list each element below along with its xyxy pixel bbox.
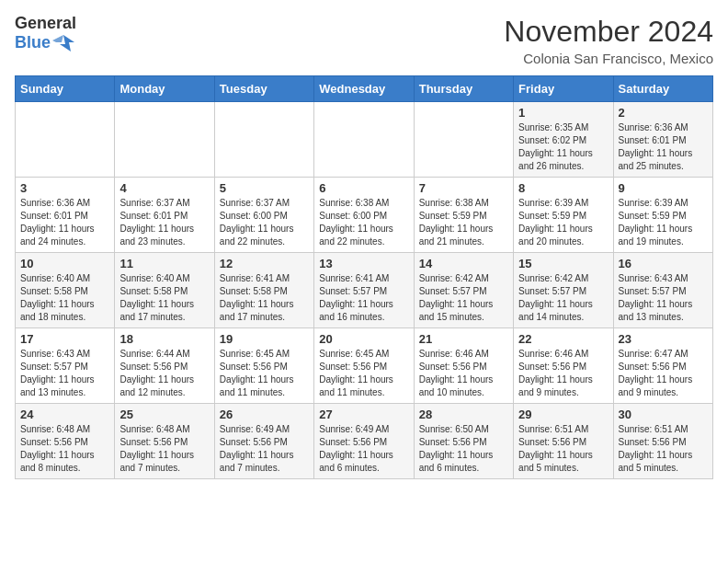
calendar-cell: 17Sunrise: 6:43 AM Sunset: 5:57 PM Dayli…: [16, 328, 115, 404]
day-number: 21: [419, 332, 508, 346]
calendar-cell: [115, 102, 214, 178]
calendar-cell: [16, 102, 115, 178]
calendar-cell: 12Sunrise: 6:41 AM Sunset: 5:58 PM Dayli…: [214, 253, 313, 328]
calendar-cell: [314, 102, 414, 178]
day-number: 4: [119, 181, 209, 195]
calendar-cell: [414, 102, 513, 178]
day-number: 3: [20, 181, 109, 195]
calendar-cell: 3Sunrise: 6:36 AM Sunset: 6:01 PM Daylig…: [16, 178, 115, 253]
day-info: Sunrise: 6:36 AM Sunset: 6:01 PM Dayligh…: [20, 197, 109, 248]
calendar-week-row: 24Sunrise: 6:48 AM Sunset: 5:56 PM Dayli…: [16, 404, 713, 479]
day-number: 27: [319, 408, 408, 421]
calendar-week-row: 3Sunrise: 6:36 AM Sunset: 6:01 PM Daylig…: [16, 178, 713, 253]
day-header-friday: Friday: [514, 76, 613, 102]
day-info: Sunrise: 6:43 AM Sunset: 5:57 PM Dayligh…: [619, 272, 708, 324]
day-number: 16: [619, 257, 708, 270]
calendar-cell: 28Sunrise: 6:50 AM Sunset: 5:56 PM Dayli…: [414, 404, 513, 479]
day-info: Sunrise: 6:48 AM Sunset: 5:56 PM Dayligh…: [119, 423, 209, 475]
day-info: Sunrise: 6:41 AM Sunset: 5:58 PM Dayligh…: [220, 272, 309, 324]
day-info: Sunrise: 6:51 AM Sunset: 5:56 PM Dayligh…: [619, 423, 708, 475]
day-number: 22: [518, 332, 608, 346]
day-number: 13: [319, 257, 408, 270]
day-header-tuesday: Tuesday: [214, 76, 313, 102]
calendar-week-row: 1Sunrise: 6:35 AM Sunset: 6:02 PM Daylig…: [16, 102, 713, 178]
logo-blue: Blue: [15, 34, 51, 52]
day-number: 25: [119, 408, 209, 421]
day-number: 28: [419, 408, 508, 421]
calendar-cell: 27Sunrise: 6:49 AM Sunset: 5:56 PM Dayli…: [314, 404, 414, 479]
day-info: Sunrise: 6:45 AM Sunset: 5:56 PM Dayligh…: [220, 348, 309, 399]
day-info: Sunrise: 6:49 AM Sunset: 5:56 PM Dayligh…: [319, 423, 408, 475]
day-header-wednesday: Wednesday: [314, 76, 414, 102]
calendar-cell: 22Sunrise: 6:46 AM Sunset: 5:56 PM Dayli…: [514, 328, 613, 404]
day-number: 2: [619, 106, 708, 120]
day-number: 17: [20, 332, 109, 346]
day-number: 23: [619, 332, 708, 346]
day-info: Sunrise: 6:40 AM Sunset: 5:58 PM Dayligh…: [20, 272, 109, 324]
day-info: Sunrise: 6:41 AM Sunset: 5:57 PM Dayligh…: [319, 272, 408, 324]
calendar-cell: 11Sunrise: 6:40 AM Sunset: 5:58 PM Dayli…: [115, 253, 214, 328]
calendar-cell: 4Sunrise: 6:37 AM Sunset: 6:01 PM Daylig…: [115, 178, 214, 253]
day-info: Sunrise: 6:48 AM Sunset: 5:56 PM Dayligh…: [20, 423, 109, 475]
day-number: 26: [220, 408, 309, 421]
logo: General Blue: [15, 15, 76, 53]
day-number: 11: [119, 257, 209, 270]
day-info: Sunrise: 6:35 AM Sunset: 6:02 PM Dayligh…: [518, 121, 608, 173]
calendar-cell: 24Sunrise: 6:48 AM Sunset: 5:56 PM Dayli…: [16, 404, 115, 479]
calendar-cell: 18Sunrise: 6:44 AM Sunset: 5:56 PM Dayli…: [115, 328, 214, 404]
calendar-cell: 29Sunrise: 6:51 AM Sunset: 5:56 PM Dayli…: [514, 404, 613, 479]
day-info: Sunrise: 6:44 AM Sunset: 5:56 PM Dayligh…: [119, 348, 209, 399]
calendar-cell: 7Sunrise: 6:38 AM Sunset: 5:59 PM Daylig…: [414, 178, 513, 253]
day-header-monday: Monday: [115, 76, 214, 102]
calendar-cell: 25Sunrise: 6:48 AM Sunset: 5:56 PM Dayli…: [115, 404, 214, 479]
day-number: 24: [20, 408, 109, 421]
calendar-cell: 5Sunrise: 6:37 AM Sunset: 6:00 PM Daylig…: [214, 178, 313, 253]
day-info: Sunrise: 6:37 AM Sunset: 6:01 PM Dayligh…: [119, 197, 209, 248]
day-number: 14: [419, 257, 508, 270]
day-info: Sunrise: 6:50 AM Sunset: 5:56 PM Dayligh…: [419, 423, 508, 475]
calendar-cell: 9Sunrise: 6:39 AM Sunset: 5:59 PM Daylig…: [613, 178, 712, 253]
day-info: Sunrise: 6:39 AM Sunset: 5:59 PM Dayligh…: [619, 197, 708, 248]
calendar-cell: 8Sunrise: 6:39 AM Sunset: 5:59 PM Daylig…: [514, 178, 613, 253]
calendar-cell: [214, 102, 313, 178]
calendar-cell: 2Sunrise: 6:36 AM Sunset: 6:01 PM Daylig…: [613, 102, 712, 178]
day-info: Sunrise: 6:42 AM Sunset: 5:57 PM Dayligh…: [419, 272, 508, 324]
day-number: 29: [518, 408, 608, 421]
calendar-cell: 6Sunrise: 6:38 AM Sunset: 6:00 PM Daylig…: [314, 178, 414, 253]
calendar-cell: 20Sunrise: 6:45 AM Sunset: 5:56 PM Dayli…: [314, 328, 414, 404]
calendar-cell: 10Sunrise: 6:40 AM Sunset: 5:58 PM Dayli…: [16, 253, 115, 328]
calendar-cell: 16Sunrise: 6:43 AM Sunset: 5:57 PM Dayli…: [613, 253, 712, 328]
day-number: 5: [220, 181, 309, 195]
day-info: Sunrise: 6:49 AM Sunset: 5:56 PM Dayligh…: [220, 423, 309, 475]
calendar-cell: 30Sunrise: 6:51 AM Sunset: 5:56 PM Dayli…: [613, 404, 712, 479]
day-number: 20: [319, 332, 408, 346]
day-info: Sunrise: 6:46 AM Sunset: 5:56 PM Dayligh…: [419, 348, 508, 399]
day-number: 1: [518, 106, 608, 120]
page-header: General Blue November 2024 Colonia San F…: [15, 15, 713, 66]
calendar-cell: 14Sunrise: 6:42 AM Sunset: 5:57 PM Dayli…: [414, 253, 513, 328]
day-number: 6: [319, 181, 408, 195]
calendar-cell: 23Sunrise: 6:47 AM Sunset: 5:56 PM Dayli…: [613, 328, 712, 404]
logo-general: General: [15, 15, 76, 33]
day-info: Sunrise: 6:46 AM Sunset: 5:56 PM Dayligh…: [518, 348, 608, 399]
day-header-saturday: Saturday: [613, 76, 712, 102]
day-number: 30: [619, 408, 708, 421]
day-info: Sunrise: 6:37 AM Sunset: 6:00 PM Dayligh…: [220, 197, 309, 248]
day-number: 15: [518, 257, 608, 270]
day-info: Sunrise: 6:36 AM Sunset: 6:01 PM Dayligh…: [619, 121, 708, 173]
day-info: Sunrise: 6:38 AM Sunset: 6:00 PM Dayligh…: [319, 197, 408, 248]
calendar-header-row: SundayMondayTuesdayWednesdayThursdayFrid…: [16, 76, 713, 102]
day-info: Sunrise: 6:40 AM Sunset: 5:58 PM Dayligh…: [119, 272, 209, 324]
day-info: Sunrise: 6:47 AM Sunset: 5:56 PM Dayligh…: [619, 348, 708, 399]
calendar-cell: 26Sunrise: 6:49 AM Sunset: 5:56 PM Dayli…: [214, 404, 313, 479]
calendar-week-row: 10Sunrise: 6:40 AM Sunset: 5:58 PM Dayli…: [16, 253, 713, 328]
day-number: 8: [518, 181, 608, 195]
day-info: Sunrise: 6:43 AM Sunset: 5:57 PM Dayligh…: [20, 348, 109, 399]
calendar-cell: 13Sunrise: 6:41 AM Sunset: 5:57 PM Dayli…: [314, 253, 414, 328]
title-block: November 2024 Colonia San Francisco, Mex…: [504, 15, 713, 66]
day-header-sunday: Sunday: [16, 76, 115, 102]
day-number: 12: [220, 257, 309, 270]
calendar-cell: 19Sunrise: 6:45 AM Sunset: 5:56 PM Dayli…: [214, 328, 313, 404]
calendar-cell: 1Sunrise: 6:35 AM Sunset: 6:02 PM Daylig…: [514, 102, 613, 178]
svg-marker-1: [52, 35, 63, 42]
